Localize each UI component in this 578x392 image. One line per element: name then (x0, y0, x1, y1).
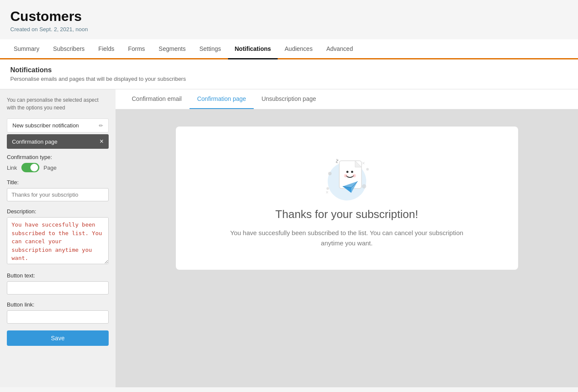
button-text-input[interactable] (7, 281, 109, 295)
svg-point-11 (353, 174, 356, 177)
title-group: Title: (7, 179, 109, 201)
button-link-input[interactable] (7, 310, 109, 324)
sidebar: You can personalise the selected aspect … (0, 89, 116, 387)
svg-point-2 (362, 184, 366, 189)
toggle-row: Link Page (7, 163, 109, 172)
description-group: Description: You have succesfully been s… (7, 208, 109, 265)
nav-settings[interactable]: Settings (193, 39, 228, 59)
button-text-label: Button text: (7, 272, 109, 279)
confirmation-type-label: Confirmation type: (7, 154, 109, 160)
sidebar-hint: You can personalise the selected aspect … (7, 96, 109, 112)
svg-point-9 (351, 171, 353, 173)
page-subtitle: Created on Sept. 2, 2021, noon (10, 26, 568, 32)
new-subscriber-label: New subscriber notification (12, 122, 79, 129)
active-item-label: Confirmation page (12, 139, 57, 145)
svg-text:×: × (362, 160, 365, 166)
title-input[interactable] (7, 188, 109, 201)
button-link-label: Button link: (7, 301, 109, 308)
sub-tabs: Confirmation email Confirmation page Uns… (116, 89, 578, 109)
nav-summary[interactable]: Summary (7, 39, 46, 59)
new-subscriber-btn[interactable]: New subscriber notification ✏ (7, 118, 109, 133)
svg-text:×: × (326, 189, 329, 195)
notifications-desc: Personalise emails and pages that will b… (10, 76, 568, 82)
svg-point-3 (366, 168, 369, 171)
tab-confirmation-page[interactable]: Confirmation page (190, 89, 254, 109)
close-sidebar-item-btn[interactable]: × (100, 138, 104, 145)
toggle-link-label: Link (7, 165, 17, 171)
tab-unsubscription-page[interactable]: Unsubscription page (254, 89, 324, 109)
card-desc: You have succesfully been subscribed to … (219, 228, 475, 248)
nav-forms[interactable]: Forms (121, 39, 152, 59)
svg-line-14 (337, 159, 338, 161)
description-label: Description: (7, 208, 109, 215)
svg-point-1 (328, 172, 332, 175)
active-sidebar-item: Confirmation page × (7, 134, 109, 149)
title-label: Title: (7, 179, 109, 186)
confirmation-type-group: Confirmation type: Link Page (7, 154, 109, 172)
confirmation-card: × × (176, 127, 518, 270)
main-nav: Summary Subscribers Fields Forms Segment… (0, 39, 578, 59)
card-title: Thanks for your subscription! (276, 208, 418, 221)
content-area: You can personalise the selected aspect … (0, 89, 578, 387)
nav-fields[interactable]: Fields (92, 39, 121, 59)
edit-icon: ✏ (99, 123, 103, 129)
save-button[interactable]: Save (7, 330, 109, 346)
notifications-title: Notifications (10, 66, 568, 74)
nav-notifications[interactable]: Notifications (228, 39, 278, 59)
illustration: × × (317, 148, 377, 208)
nav-advanced[interactable]: Advanced (320, 39, 360, 59)
confirmation-type-toggle[interactable] (21, 163, 39, 172)
main-content: Confirmation email Confirmation page Uns… (116, 89, 578, 387)
svg-line-13 (336, 162, 338, 163)
nav-audiences[interactable]: Audiences (278, 39, 319, 59)
notifications-header: Notifications Personalise emails and pag… (0, 59, 578, 89)
button-link-group: Button link: (7, 301, 109, 324)
preview-area: × × (116, 109, 578, 323)
toggle-page-label: Page (44, 165, 56, 171)
description-textarea[interactable]: You have succesfully been subscribed to … (7, 217, 109, 264)
toggle-slider (21, 163, 39, 172)
button-text-group: Button text: (7, 272, 109, 295)
page-header: Customers Created on Sept. 2, 2021, noon (0, 0, 578, 39)
svg-point-8 (346, 171, 348, 173)
nav-segments[interactable]: Segments (152, 39, 193, 59)
svg-point-10 (344, 174, 347, 177)
page-title: Customers (10, 9, 568, 24)
nav-subscribers[interactable]: Subscribers (46, 39, 92, 59)
tab-confirmation-email[interactable]: Confirmation email (124, 89, 190, 109)
